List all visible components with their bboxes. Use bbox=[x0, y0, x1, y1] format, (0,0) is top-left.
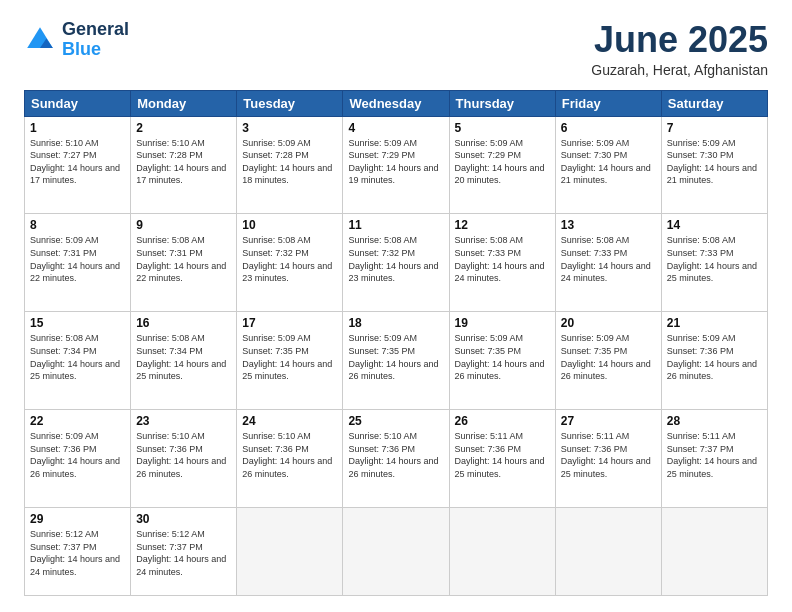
day-info: Sunrise: 5:09 AMSunset: 7:30 PMDaylight:… bbox=[667, 138, 757, 186]
day-info: Sunrise: 5:09 AMSunset: 7:29 PMDaylight:… bbox=[348, 138, 438, 186]
day-number: 2 bbox=[136, 121, 231, 135]
calendar-header-sunday: Sunday bbox=[25, 90, 131, 116]
day-info: Sunrise: 5:09 AMSunset: 7:35 PMDaylight:… bbox=[242, 333, 332, 381]
calendar-header-friday: Friday bbox=[555, 90, 661, 116]
calendar-cell: 3Sunrise: 5:09 AMSunset: 7:28 PMDaylight… bbox=[237, 116, 343, 214]
page: General Blue June 2025 Guzarah, Herat, A… bbox=[0, 0, 792, 612]
day-info: Sunrise: 5:08 AMSunset: 7:34 PMDaylight:… bbox=[136, 333, 226, 381]
day-number: 9 bbox=[136, 218, 231, 232]
day-number: 3 bbox=[242, 121, 337, 135]
day-info: Sunrise: 5:08 AMSunset: 7:31 PMDaylight:… bbox=[136, 235, 226, 283]
calendar-cell: 23Sunrise: 5:10 AMSunset: 7:36 PMDayligh… bbox=[131, 410, 237, 508]
logo-text: General Blue bbox=[62, 20, 129, 60]
calendar-cell: 24Sunrise: 5:10 AMSunset: 7:36 PMDayligh… bbox=[237, 410, 343, 508]
day-number: 21 bbox=[667, 316, 762, 330]
calendar-cell: 21Sunrise: 5:09 AMSunset: 7:36 PMDayligh… bbox=[661, 312, 767, 410]
logo-icon bbox=[24, 24, 56, 56]
day-info: Sunrise: 5:10 AMSunset: 7:36 PMDaylight:… bbox=[348, 431, 438, 479]
day-info: Sunrise: 5:09 AMSunset: 7:36 PMDaylight:… bbox=[667, 333, 757, 381]
calendar-cell: 4Sunrise: 5:09 AMSunset: 7:29 PMDaylight… bbox=[343, 116, 449, 214]
location-subtitle: Guzarah, Herat, Afghanistan bbox=[591, 62, 768, 78]
day-number: 12 bbox=[455, 218, 550, 232]
calendar-cell: 28Sunrise: 5:11 AMSunset: 7:37 PMDayligh… bbox=[661, 410, 767, 508]
day-number: 30 bbox=[136, 512, 231, 526]
calendar-header-wednesday: Wednesday bbox=[343, 90, 449, 116]
calendar-cell: 18Sunrise: 5:09 AMSunset: 7:35 PMDayligh… bbox=[343, 312, 449, 410]
logo-line1: General bbox=[62, 20, 129, 40]
day-info: Sunrise: 5:08 AMSunset: 7:32 PMDaylight:… bbox=[348, 235, 438, 283]
calendar-header-monday: Monday bbox=[131, 90, 237, 116]
calendar-cell bbox=[661, 508, 767, 596]
day-number: 11 bbox=[348, 218, 443, 232]
day-info: Sunrise: 5:09 AMSunset: 7:31 PMDaylight:… bbox=[30, 235, 120, 283]
calendar-week-row-1: 1Sunrise: 5:10 AMSunset: 7:27 PMDaylight… bbox=[25, 116, 768, 214]
day-number: 6 bbox=[561, 121, 656, 135]
day-info: Sunrise: 5:08 AMSunset: 7:34 PMDaylight:… bbox=[30, 333, 120, 381]
calendar-cell: 22Sunrise: 5:09 AMSunset: 7:36 PMDayligh… bbox=[25, 410, 131, 508]
calendar-cell: 27Sunrise: 5:11 AMSunset: 7:36 PMDayligh… bbox=[555, 410, 661, 508]
logo-line2: Blue bbox=[62, 40, 129, 60]
calendar-cell bbox=[555, 508, 661, 596]
day-number: 10 bbox=[242, 218, 337, 232]
calendar-cell: 12Sunrise: 5:08 AMSunset: 7:33 PMDayligh… bbox=[449, 214, 555, 312]
calendar-cell: 13Sunrise: 5:08 AMSunset: 7:33 PMDayligh… bbox=[555, 214, 661, 312]
calendar-week-row-2: 8Sunrise: 5:09 AMSunset: 7:31 PMDaylight… bbox=[25, 214, 768, 312]
day-info: Sunrise: 5:09 AMSunset: 7:36 PMDaylight:… bbox=[30, 431, 120, 479]
day-number: 17 bbox=[242, 316, 337, 330]
calendar-cell: 10Sunrise: 5:08 AMSunset: 7:32 PMDayligh… bbox=[237, 214, 343, 312]
calendar-cell: 17Sunrise: 5:09 AMSunset: 7:35 PMDayligh… bbox=[237, 312, 343, 410]
calendar-cell: 29Sunrise: 5:12 AMSunset: 7:37 PMDayligh… bbox=[25, 508, 131, 596]
day-info: Sunrise: 5:09 AMSunset: 7:28 PMDaylight:… bbox=[242, 138, 332, 186]
day-number: 1 bbox=[30, 121, 125, 135]
day-info: Sunrise: 5:10 AMSunset: 7:28 PMDaylight:… bbox=[136, 138, 226, 186]
day-number: 16 bbox=[136, 316, 231, 330]
day-info: Sunrise: 5:08 AMSunset: 7:33 PMDaylight:… bbox=[667, 235, 757, 283]
calendar-cell: 9Sunrise: 5:08 AMSunset: 7:31 PMDaylight… bbox=[131, 214, 237, 312]
calendar-header-row: SundayMondayTuesdayWednesdayThursdayFrid… bbox=[25, 90, 768, 116]
day-number: 24 bbox=[242, 414, 337, 428]
day-number: 23 bbox=[136, 414, 231, 428]
calendar-cell: 16Sunrise: 5:08 AMSunset: 7:34 PMDayligh… bbox=[131, 312, 237, 410]
day-number: 25 bbox=[348, 414, 443, 428]
calendar-cell: 11Sunrise: 5:08 AMSunset: 7:32 PMDayligh… bbox=[343, 214, 449, 312]
day-info: Sunrise: 5:11 AMSunset: 7:36 PMDaylight:… bbox=[455, 431, 545, 479]
calendar-cell: 6Sunrise: 5:09 AMSunset: 7:30 PMDaylight… bbox=[555, 116, 661, 214]
day-number: 29 bbox=[30, 512, 125, 526]
day-info: Sunrise: 5:10 AMSunset: 7:27 PMDaylight:… bbox=[30, 138, 120, 186]
calendar-cell: 19Sunrise: 5:09 AMSunset: 7:35 PMDayligh… bbox=[449, 312, 555, 410]
day-number: 5 bbox=[455, 121, 550, 135]
calendar-table: SundayMondayTuesdayWednesdayThursdayFrid… bbox=[24, 90, 768, 596]
day-info: Sunrise: 5:09 AMSunset: 7:35 PMDaylight:… bbox=[455, 333, 545, 381]
calendar-cell: 20Sunrise: 5:09 AMSunset: 7:35 PMDayligh… bbox=[555, 312, 661, 410]
calendar-cell bbox=[237, 508, 343, 596]
calendar-header-thursday: Thursday bbox=[449, 90, 555, 116]
calendar-cell: 25Sunrise: 5:10 AMSunset: 7:36 PMDayligh… bbox=[343, 410, 449, 508]
day-info: Sunrise: 5:09 AMSunset: 7:35 PMDaylight:… bbox=[561, 333, 651, 381]
calendar-cell: 2Sunrise: 5:10 AMSunset: 7:28 PMDaylight… bbox=[131, 116, 237, 214]
day-info: Sunrise: 5:09 AMSunset: 7:35 PMDaylight:… bbox=[348, 333, 438, 381]
day-info: Sunrise: 5:10 AMSunset: 7:36 PMDaylight:… bbox=[136, 431, 226, 479]
day-number: 22 bbox=[30, 414, 125, 428]
calendar-cell bbox=[449, 508, 555, 596]
calendar-week-row-3: 15Sunrise: 5:08 AMSunset: 7:34 PMDayligh… bbox=[25, 312, 768, 410]
calendar-week-row-4: 22Sunrise: 5:09 AMSunset: 7:36 PMDayligh… bbox=[25, 410, 768, 508]
logo: General Blue bbox=[24, 20, 129, 60]
calendar-cell: 7Sunrise: 5:09 AMSunset: 7:30 PMDaylight… bbox=[661, 116, 767, 214]
title-area: June 2025 Guzarah, Herat, Afghanistan bbox=[591, 20, 768, 78]
day-info: Sunrise: 5:08 AMSunset: 7:33 PMDaylight:… bbox=[561, 235, 651, 283]
day-info: Sunrise: 5:08 AMSunset: 7:32 PMDaylight:… bbox=[242, 235, 332, 283]
day-number: 19 bbox=[455, 316, 550, 330]
day-number: 27 bbox=[561, 414, 656, 428]
day-number: 14 bbox=[667, 218, 762, 232]
day-info: Sunrise: 5:12 AMSunset: 7:37 PMDaylight:… bbox=[30, 529, 120, 577]
day-number: 28 bbox=[667, 414, 762, 428]
calendar-cell: 14Sunrise: 5:08 AMSunset: 7:33 PMDayligh… bbox=[661, 214, 767, 312]
calendar-cell: 1Sunrise: 5:10 AMSunset: 7:27 PMDaylight… bbox=[25, 116, 131, 214]
day-info: Sunrise: 5:10 AMSunset: 7:36 PMDaylight:… bbox=[242, 431, 332, 479]
month-title: June 2025 bbox=[591, 20, 768, 60]
day-number: 20 bbox=[561, 316, 656, 330]
day-number: 18 bbox=[348, 316, 443, 330]
header: General Blue June 2025 Guzarah, Herat, A… bbox=[24, 20, 768, 78]
calendar-cell bbox=[343, 508, 449, 596]
day-info: Sunrise: 5:09 AMSunset: 7:30 PMDaylight:… bbox=[561, 138, 651, 186]
